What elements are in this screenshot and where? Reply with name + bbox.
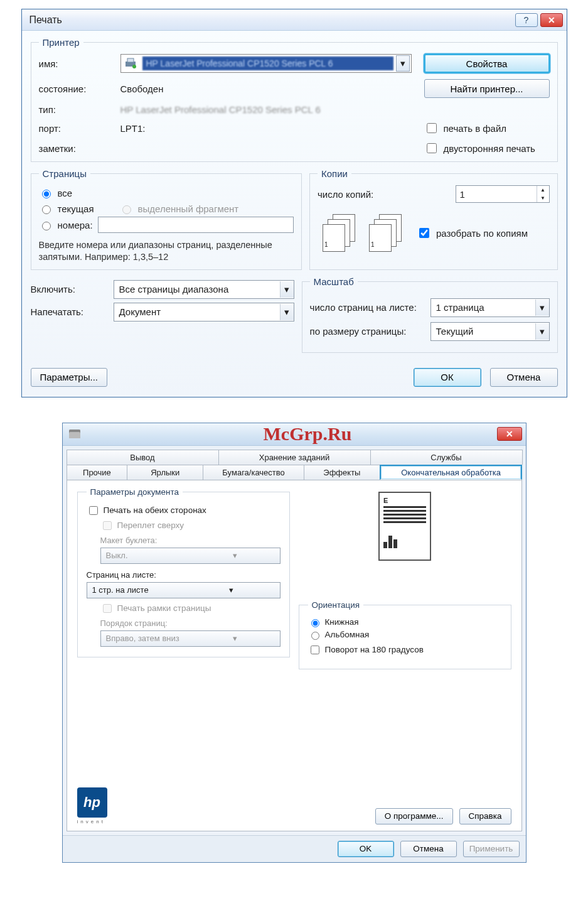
flip-up-checkbox: Переплет сверху — [100, 519, 281, 532]
print-to-file-input[interactable] — [427, 123, 437, 133]
copies-label: число копий: — [318, 189, 446, 200]
printer-select[interactable]: HP LaserJet Professional CP1520 Series P… — [120, 54, 412, 73]
chevron-down-icon[interactable]: ▾ — [280, 281, 294, 298]
print-to-file-checkbox[interactable]: печать в файл — [424, 121, 550, 135]
pages-all-radio[interactable]: все — [39, 188, 294, 198]
collate-icon: 3 2 1 — [323, 214, 355, 252]
chevron-down-icon[interactable]: ▾ — [183, 585, 280, 595]
rotate180-input[interactable] — [311, 646, 319, 654]
orientation-portrait-radio[interactable]: Книжная — [308, 617, 502, 627]
collate-checkbox[interactable]: разобрать по копиям — [417, 226, 528, 240]
collate-label: разобрать по копиям — [436, 228, 528, 239]
fit-label: по размеру страницы: — [310, 326, 422, 337]
chevron-down-icon[interactable]: ▾ — [535, 323, 549, 340]
pages-current-input[interactable] — [42, 205, 51, 214]
rotate180-checkbox[interactable]: Поворот на 180 градусов — [308, 644, 502, 656]
hp-logo-icon: hp — [77, 787, 107, 818]
include-select[interactable]: Все страницы диапазона ▾ — [114, 280, 294, 299]
pages-current-radio[interactable]: текущая — [39, 203, 94, 214]
fit-select[interactable]: Текущий ▾ — [430, 322, 550, 341]
close-button[interactable]: ✕ — [540, 13, 563, 27]
chevron-down-icon[interactable]: ▾ — [396, 55, 410, 72]
printer-legend: Принтер — [39, 37, 83, 48]
orientation-portrait-label: Книжная — [325, 617, 359, 627]
booklet-label: Макет буклета: — [100, 536, 281, 545]
pps-select[interactable]: 1 стр. на листе▾ — [87, 582, 281, 598]
pages-all-label: все — [58, 188, 73, 198]
print-borders-checkbox: Печать рамки страницы — [100, 602, 281, 615]
print-what-select[interactable]: Документ ▾ — [114, 303, 294, 322]
orientation-landscape-label: Альбомная — [325, 630, 370, 639]
printer-icon — [121, 58, 140, 69]
tab-output[interactable]: Вывод — [67, 450, 219, 465]
port-value: LPT1: — [120, 123, 412, 134]
pages-selection-radio: выделенный фрагмент — [119, 203, 239, 214]
status-value: Свободен — [120, 84, 412, 94]
include-value: Все страницы диапазона — [114, 284, 280, 295]
title-bar: Печать ? ✕ — [22, 9, 567, 31]
pages-current-label: текущая — [58, 203, 94, 214]
duplex-input[interactable] — [427, 143, 437, 153]
pages-per-sheet-select[interactable]: 1 страница ▾ — [430, 298, 550, 317]
notes-label: заметки: — [39, 143, 108, 154]
spinner-down-icon[interactable]: ▼ — [537, 194, 549, 202]
tab-paper-quality[interactable]: Бумага/качество — [203, 465, 304, 480]
print-borders-input — [103, 604, 112, 613]
cancel-button[interactable]: Отмена — [400, 841, 457, 857]
status-label: состояние: — [39, 84, 108, 94]
print-both-sides-label: Печать на обеих сторонах — [104, 505, 206, 515]
properties-button[interactable]: Свойства — [424, 54, 550, 73]
find-printer-button[interactable]: Найти принтер... — [424, 79, 550, 98]
print-both-sides-checkbox[interactable]: Печать на обеих сторонах — [87, 504, 281, 517]
cancel-button[interactable]: Отмена — [490, 368, 558, 387]
copies-spinner[interactable]: 1 ▲ ▼ — [456, 185, 550, 203]
orientation-landscape-radio[interactable]: Альбомная — [308, 630, 502, 640]
pages-all-input[interactable] — [42, 190, 51, 198]
tab-finishing[interactable]: Окончательная обработка — [380, 465, 523, 480]
hp-invent-text: invent — [77, 819, 290, 824]
pps-value: 1 стр. на листе — [87, 585, 184, 595]
tab-effects[interactable]: Эффекты — [304, 465, 380, 480]
pages-legend: Страницы — [39, 168, 90, 179]
orientation-portrait-input[interactable] — [311, 619, 319, 627]
type-value: HP LaserJet Professional CP1520 Series P… — [120, 104, 412, 115]
parameters-button[interactable]: Параметры... — [31, 368, 107, 387]
pages-per-sheet-value: 1 страница — [431, 302, 535, 313]
help-button[interactable]: ? — [515, 13, 538, 27]
pages-numbers-input[interactable] — [42, 222, 51, 230]
chevron-down-icon[interactable]: ▾ — [535, 300, 549, 316]
about-button[interactable]: О программе... — [375, 808, 453, 824]
tab-job-storage[interactable]: Хранение заданий — [218, 450, 371, 465]
scale-legend: Масштаб — [310, 276, 358, 287]
dialog-title: Печать — [29, 14, 513, 26]
pages-numbers-label: номера: — [58, 220, 93, 230]
ok-button[interactable]: ОК — [414, 368, 481, 387]
pages-hint: Введите номера или диапазоны страниц, ра… — [39, 239, 294, 263]
collate-input[interactable] — [419, 228, 429, 238]
pps-label: Страниц на листе: — [87, 570, 281, 580]
help-button[interactable]: Справка — [459, 808, 511, 824]
title-bar: McGrp.Ru ✕ — [63, 423, 526, 446]
orientation-group: Ориентация Книжная Альбомная Поворот на … — [299, 605, 511, 669]
duplex-label: двусторонняя печать — [444, 143, 535, 154]
name-label: имя: — [39, 58, 108, 69]
svg-rect-1 — [127, 58, 134, 62]
spinner-up-icon[interactable]: ▲ — [537, 186, 549, 194]
chevron-down-icon[interactable]: ▾ — [280, 304, 294, 320]
tabs-row-1: Вывод Хранение заданий Службы — [67, 450, 522, 465]
orientation-landscape-input[interactable] — [311, 632, 319, 640]
duplex-checkbox[interactable]: двусторонняя печать — [424, 141, 550, 155]
close-button[interactable]: ✕ — [497, 427, 522, 441]
tab-shortcuts[interactable]: Ярлыки — [127, 465, 203, 480]
ok-button[interactable]: OK — [338, 841, 394, 857]
pages-numbers-field[interactable] — [98, 217, 294, 233]
pages-numbers-radio[interactable]: номера: — [39, 220, 93, 230]
tab-services[interactable]: Службы — [370, 450, 523, 465]
printer-group: Принтер имя: HP LaserJet Professional CP… — [31, 37, 558, 162]
tab-other[interactable]: Прочие — [67, 465, 128, 480]
apply-button[interactable]: Применить — [463, 841, 520, 857]
pages-selection-input — [122, 205, 131, 214]
print-both-sides-input[interactable] — [89, 506, 98, 515]
print-dialog: Печать ? ✕ Принтер имя: HP LaserJet Prof… — [21, 9, 567, 397]
tabs-row-2: Прочие Ярлыки Бумага/качество Эффекты Ок… — [67, 465, 522, 480]
